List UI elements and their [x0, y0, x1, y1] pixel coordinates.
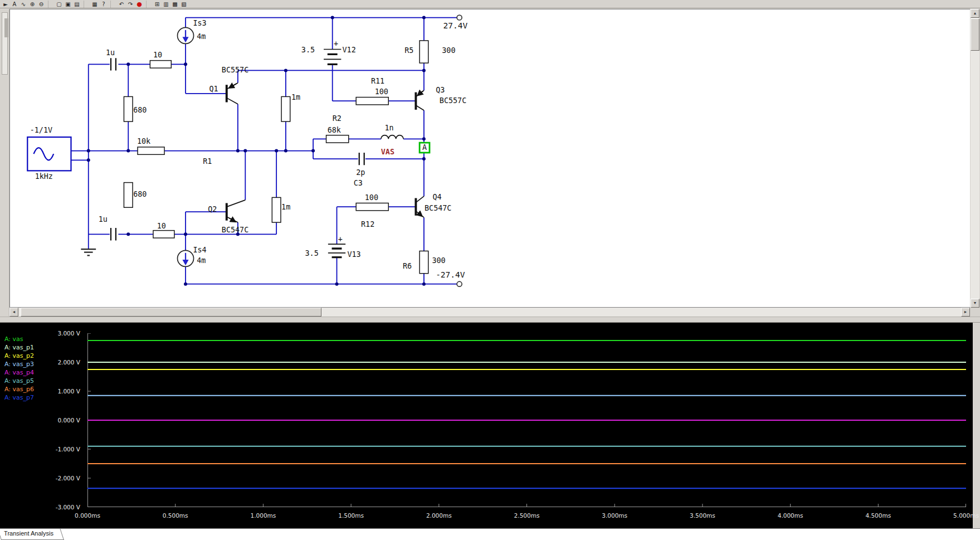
resistor-10-top	[150, 61, 171, 68]
left-panel-scroll-thumb[interactable]	[4, 18, 8, 37]
schematic-horizontal-scrollbar[interactable]: ◄ ►	[9, 308, 970, 317]
battery-v13[interactable]	[328, 244, 345, 257]
application-window: ►A∿⊕⊖▢▣▤▦?↶↷●⊞▥▩▧	[0, 0, 980, 540]
schematic-canvas[interactable]: A Is3 4m 27.4V 3.5 + V12 R5 300 1u 10 BC…	[9, 9, 970, 308]
inductor-1n[interactable]	[381, 135, 403, 139]
y-tick-label: -1.000 V	[56, 446, 80, 453]
terminal-positive[interactable]	[457, 15, 462, 20]
sine-source[interactable]	[27, 137, 71, 171]
audio-icon[interactable]: ▤	[72, 1, 81, 8]
x-tick-label: 0.500ms	[163, 512, 188, 519]
battery-v12[interactable]	[324, 49, 341, 64]
label-q4: Q4	[433, 193, 442, 201]
label-is3-value: 4m	[197, 32, 206, 41]
label-c2-value: 1u	[99, 215, 108, 223]
label-v13-plus: +	[338, 235, 343, 244]
capacitor-c3	[359, 153, 364, 165]
resistor-r1-10k	[138, 147, 164, 154]
x-tick-label: 0.000ms	[75, 512, 100, 519]
label-r10b-value: 10	[157, 222, 166, 230]
zoom-in-tool[interactable]: ⊕	[28, 1, 37, 8]
redo-icon[interactable]: ↷	[126, 1, 135, 8]
x-tick-label: 2.500ms	[514, 512, 540, 519]
label-v13-value: 3.5	[305, 249, 319, 257]
label-r1-value: 10k	[137, 137, 150, 145]
current-source-is3[interactable]	[178, 27, 194, 43]
label-v13: V13	[347, 250, 360, 259]
diagram-tool-4[interactable]: ▧	[179, 1, 188, 8]
resistor-1m-right	[272, 197, 281, 222]
probe-vas[interactable]: A	[420, 143, 430, 153]
label-r680a: 680	[133, 106, 147, 114]
label-l1-value: 1n	[385, 124, 394, 132]
label-v12-value: 3.5	[301, 46, 315, 54]
terminal-negative[interactable]	[457, 281, 462, 286]
label-r1m-right: 1m	[281, 203, 290, 211]
label-q1-model: BC557C	[222, 66, 248, 74]
probe-letter: A	[422, 143, 427, 152]
diagram-tool-2[interactable]: ▥	[162, 1, 170, 8]
horizontal-scroll-thumb[interactable]	[21, 308, 321, 317]
resistor-r2	[326, 135, 349, 143]
label-source-value: -1/1V	[30, 126, 52, 134]
y-axis-labels: 3.000 V2.000 V1.000 V0.000 V-1.000 V-2.0…	[0, 333, 84, 507]
y-tick-label: -2.000 V	[56, 475, 80, 481]
waveform-plot[interactable]	[87, 333, 966, 507]
help-icon[interactable]: ?	[99, 1, 108, 8]
toolbar-separator	[146, 1, 150, 8]
label-c3-value: 2p	[356, 168, 365, 177]
label-source-freq: 1kHz	[35, 172, 53, 181]
resistor-r12	[356, 203, 388, 210]
label-q2: Q2	[208, 205, 217, 213]
label-is4-value: 4m	[197, 256, 206, 265]
cursor-tool[interactable]: ►	[1, 1, 10, 8]
label-v12: V12	[343, 46, 356, 54]
diagram-tool-1[interactable]: ⊞	[153, 1, 162, 8]
tab-transient-analysis[interactable]: Transient Analysis	[0, 529, 64, 540]
waveform-window: A: vasA: vas_p1A: vas_p2A: vas_p3A: vas_…	[0, 323, 980, 540]
scroll-left-icon[interactable]: ◄	[9, 308, 18, 317]
current-source-is4[interactable]	[178, 250, 194, 266]
resistor-680-top	[124, 96, 133, 121]
label-vas-node: VAS	[381, 148, 394, 156]
schematic-vertical-scrollbar[interactable]: ▲ ▼	[971, 9, 979, 308]
label-rail-positive: 27.4V	[443, 21, 468, 30]
zoom-out-tool[interactable]: ⊖	[37, 1, 46, 8]
diagram-tool-3[interactable]: ▩	[170, 1, 179, 8]
resistor-r6	[420, 251, 428, 273]
scroll-right-icon[interactable]: ►	[961, 308, 970, 317]
pages-icon[interactable]: ▣	[64, 1, 72, 8]
toolbar-separator	[110, 1, 115, 8]
new-schematic-icon[interactable]: ▢	[55, 1, 64, 8]
label-r6-value: 300	[432, 256, 445, 265]
schematic-drawing: A Is3 4m 27.4V 3.5 + V12 R5 300 1u 10 BC…	[10, 9, 970, 307]
label-is3: Is3	[193, 19, 206, 27]
label-r10a-value: 10	[153, 51, 162, 59]
label-r11-value: 100	[375, 87, 388, 96]
x-tick-label: 4.000ms	[778, 512, 803, 519]
signal-tool[interactable]: ∿	[19, 1, 28, 8]
resistor-10-bottom	[153, 231, 174, 238]
ground-symbol[interactable]	[81, 249, 96, 255]
vertical-scroll-thumb[interactable]	[971, 18, 979, 51]
x-tick-label: 1.500ms	[338, 512, 364, 519]
label-r5-value: 300	[442, 46, 455, 55]
stop-button[interactable]: ●	[135, 1, 144, 8]
y-tick-label: 2.000 V	[57, 359, 80, 366]
scroll-up-icon[interactable]: ▲	[971, 9, 979, 18]
capacitor-1u-top	[111, 58, 116, 70]
y-tick-label: 1.000 V	[57, 388, 80, 395]
window-splitter[interactable]	[0, 317, 980, 323]
left-panel-scrollbar[interactable]	[2, 12, 8, 75]
label-r12-value: 100	[365, 193, 378, 202]
label-q1: Q1	[209, 85, 218, 93]
component-list-icon[interactable]: ▦	[90, 1, 99, 8]
undo-icon[interactable]: ↶	[117, 1, 126, 8]
label-c3: C3	[354, 179, 363, 187]
y-tick-label: 3.000 V	[57, 330, 80, 337]
toolbar: ►A∿⊕⊖▢▣▤▦?↶↷●⊞▥▩▧	[0, 0, 980, 8]
label-r12: R12	[361, 220, 374, 228]
text-tool[interactable]: A	[10, 1, 19, 8]
scroll-down-icon[interactable]: ▼	[971, 299, 979, 308]
label-r1m-left: 1m	[291, 93, 300, 101]
